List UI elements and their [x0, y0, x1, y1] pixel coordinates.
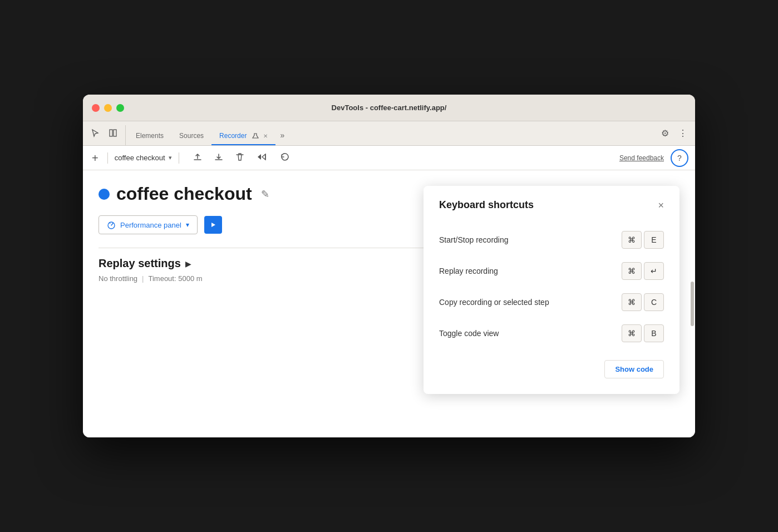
more-options-button[interactable]: ⋮ — [675, 125, 691, 141]
close-button[interactable] — [92, 104, 100, 112]
upload-icon — [193, 152, 203, 162]
layers-icon-button[interactable] — [105, 125, 121, 141]
recorder-flask-icon — [252, 132, 259, 139]
performance-panel-icon — [107, 220, 116, 229]
recording-selector[interactable]: coffee checkout ▾ — [115, 154, 172, 162]
key-enter: ↵ — [644, 262, 664, 280]
import-button[interactable] — [211, 150, 226, 166]
toolbar-right: Send feedback ? — [619, 149, 688, 167]
tabs-actions: ⚙ ⋮ — [657, 125, 691, 145]
tab-sources-label: Sources — [179, 132, 204, 140]
shortcut-toggle-code-label: Toggle code view — [439, 329, 499, 338]
tabs-list: Elements Sources Recorder ✕ » — [128, 126, 657, 145]
send-feedback-link[interactable]: Send feedback — [619, 154, 664, 162]
show-code-area: Show code — [439, 360, 664, 378]
key-b: B — [644, 324, 664, 342]
shortcut-row-replay: Replay recording ⌘ ↵ — [439, 255, 664, 287]
delete-button[interactable] — [233, 150, 247, 166]
timeout-label: Timeout: 5000 m — [148, 274, 202, 283]
replay-settings-title: Replay settings — [99, 257, 181, 270]
settings-button[interactable]: ⚙ — [657, 125, 673, 141]
title-bar: DevTools - coffee-cart.netlify.app/ — [83, 95, 695, 121]
window-title: DevTools - coffee-cart.netlify.app/ — [92, 104, 686, 112]
tab-elements[interactable]: Elements — [128, 127, 171, 145]
shortcut-copy-keys: ⌘ C — [622, 293, 664, 311]
shortcuts-header: Keyboard shortcuts × — [439, 199, 664, 211]
tab-recorder[interactable]: Recorder ✕ — [211, 127, 275, 145]
help-icon: ? — [677, 154, 682, 162]
tab-recorder-label: Recorder — [219, 132, 247, 140]
recording-active-dot — [99, 189, 110, 200]
info-separator: | — [142, 274, 144, 283]
svg-rect-0 — [110, 130, 112, 136]
key-cmd-1: ⌘ — [622, 231, 642, 249]
shortcut-start-stop-label: Start/Stop recording — [439, 235, 509, 244]
tabs-more-button[interactable]: » — [275, 126, 289, 145]
download-icon — [214, 152, 224, 162]
tab-sources[interactable]: Sources — [171, 127, 211, 145]
toolbar-divider-1 — [107, 152, 108, 164]
no-throttling-label: No throttling — [99, 274, 137, 283]
performance-panel-label: Performance panel — [120, 221, 181, 229]
recorder-toolbar: + coffee checkout ▾ — [83, 146, 695, 170]
shortcut-replay-keys: ⌘ ↵ — [622, 262, 664, 280]
shortcut-row-toggle-code: Toggle code view ⌘ B — [439, 318, 664, 349]
key-c: C — [644, 293, 664, 311]
replay-icon — [279, 152, 290, 162]
maximize-button[interactable] — [116, 104, 124, 112]
cursor-icon-button[interactable] — [87, 125, 103, 141]
play-icon — [210, 221, 216, 228]
start-replay-button[interactable] — [204, 216, 222, 234]
performance-panel-button[interactable]: Performance panel ▾ — [99, 215, 198, 234]
tab-recorder-close[interactable]: ✕ — [263, 133, 268, 139]
key-cmd-3: ⌘ — [622, 293, 642, 311]
main-content: coffee checkout ✎ Performance panel ▾ — [83, 170, 695, 437]
traffic-lights — [92, 104, 124, 112]
key-cmd-2: ⌘ — [622, 262, 642, 280]
toolbar-action-buttons — [190, 150, 293, 166]
minimize-button[interactable] — [104, 104, 112, 112]
tab-elements-label: Elements — [136, 132, 164, 140]
more-vert-icon: ⋮ — [678, 128, 687, 139]
shortcut-replay-label: Replay recording — [439, 267, 498, 275]
scrollbar[interactable] — [691, 282, 694, 326]
edit-title-button[interactable]: ✎ — [261, 188, 269, 200]
help-button[interactable]: ? — [671, 149, 688, 167]
recording-name-label: coffee checkout — [115, 154, 165, 162]
shortcut-row-copy: Copy recording or selected step ⌘ C — [439, 287, 664, 318]
devtools-window: DevTools - coffee-cart.netlify.app/ Elem… — [83, 95, 695, 437]
gear-icon: ⚙ — [661, 128, 669, 139]
step-over-icon — [256, 152, 268, 162]
shortcuts-close-button[interactable]: × — [658, 200, 664, 210]
shortcut-copy-label: Copy recording or selected step — [439, 298, 549, 307]
keyboard-shortcuts-popup: Keyboard shortcuts × Start/Stop recordin… — [424, 186, 679, 394]
export-button[interactable] — [190, 150, 205, 166]
layers-icon — [109, 129, 117, 137]
toolbar-divider-2 — [179, 152, 179, 164]
svg-rect-1 — [114, 130, 116, 136]
show-code-button[interactable]: Show code — [604, 360, 664, 378]
shortcut-toggle-code-keys: ⌘ B — [622, 324, 664, 342]
shortcuts-title: Keyboard shortcuts — [439, 199, 534, 211]
replay-settings-expand[interactable]: ▶ — [185, 259, 191, 268]
add-recording-button[interactable]: + — [90, 150, 101, 166]
tabs-bar: Elements Sources Recorder ✕ » ⚙ ⋮ — [83, 121, 695, 146]
delete-icon — [235, 152, 245, 162]
tab-icon-group — [87, 125, 126, 145]
cursor-icon — [91, 129, 100, 137]
recording-dropdown-arrow: ▾ — [169, 154, 172, 161]
key-cmd-4: ⌘ — [622, 324, 642, 342]
performance-panel-dropdown: ▾ — [186, 221, 189, 229]
recording-title: coffee checkout — [116, 184, 252, 204]
replay-button[interactable] — [277, 150, 293, 166]
step-over-button[interactable] — [254, 150, 270, 166]
shortcut-start-stop-keys: ⌘ E — [622, 231, 664, 249]
shortcut-row-start-stop: Start/Stop recording ⌘ E — [439, 224, 664, 255]
key-e: E — [644, 231, 664, 249]
